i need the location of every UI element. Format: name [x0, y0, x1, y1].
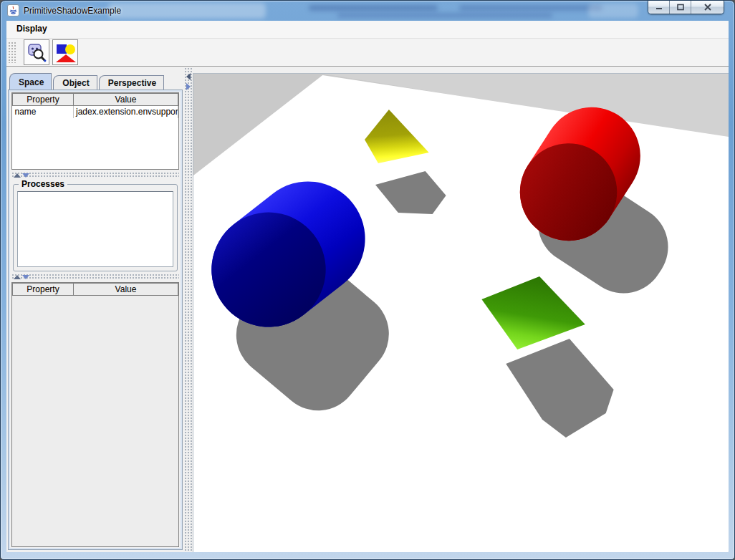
close-icon: [703, 4, 712, 11]
sidebar: Space Object Perspective Property Value: [6, 67, 184, 552]
column-header-property[interactable]: Property: [13, 94, 74, 106]
glass-reflection: [309, 5, 438, 11]
glass-reflection: [108, 3, 266, 19]
property-value-cell[interactable]: jadex.extension.envsuppor...: [74, 106, 178, 118]
title-bar[interactable]: PrimitiveShadowExample: [1, 1, 734, 21]
tab-object[interactable]: Object: [53, 75, 97, 90]
minimize-icon: [655, 4, 663, 11]
space-tab-content: Property Value name jadex.extension.envs…: [8, 90, 183, 550]
client-area: Display: [6, 21, 729, 552]
space-properties-table: Property Value name jadex.extension.envs…: [11, 92, 179, 170]
3d-viewport[interactable]: [193, 73, 729, 552]
application-window: PrimitiveShadowExample Display: [0, 0, 735, 560]
close-button[interactable]: [691, 1, 724, 14]
shapes-view-button[interactable]: [52, 39, 78, 65]
column-header-value[interactable]: Value: [74, 94, 178, 106]
table-row[interactable]: name jadex.extension.envsuppor...: [13, 106, 178, 118]
window-title: PrimitiveShadowExample: [24, 6, 121, 16]
menu-bar: Display: [6, 21, 729, 39]
shapes-icon: [54, 41, 77, 64]
horizontal-splitter-bottom[interactable]: [11, 274, 179, 280]
agent-magnifier-icon: [25, 41, 48, 64]
splitter-collapse-down-icon[interactable]: [22, 275, 29, 279]
processes-list[interactable]: [17, 191, 173, 267]
splitter-collapse-down-icon[interactable]: [22, 173, 29, 178]
tab-perspective[interactable]: Perspective: [99, 75, 164, 90]
glass-reflection: [588, 4, 638, 18]
horizontal-splitter-top[interactable]: [11, 172, 179, 178]
column-header-property[interactable]: Property: [13, 284, 74, 296]
observer-view-button[interactable]: [24, 39, 49, 65]
column-header-value[interactable]: Value: [74, 284, 178, 296]
object-properties-table: Property Value: [11, 282, 179, 547]
splitter-collapse-up-icon[interactable]: [14, 173, 21, 178]
toolbar: [6, 39, 729, 67]
vertical-splitter[interactable]: [184, 67, 193, 552]
menu-display[interactable]: Display: [11, 21, 53, 37]
tab-bar: Space Object Perspective: [9, 73, 184, 90]
glass-reflection: [459, 5, 602, 11]
processes-panel: Processes: [11, 179, 179, 272]
maximize-button[interactable]: [670, 1, 691, 14]
toolbar-drag-handle[interactable]: [8, 42, 16, 63]
maximize-icon: [676, 4, 685, 11]
splitter-collapse-left-icon[interactable]: [186, 73, 191, 80]
property-name-cell[interactable]: name: [13, 106, 74, 118]
glass-reflection: [337, 13, 552, 18]
minimize-button[interactable]: [648, 1, 670, 14]
splitter-collapse-right-icon[interactable]: [186, 83, 191, 90]
processes-title: Processes: [19, 179, 67, 189]
splitter-collapse-up-icon[interactable]: [14, 275, 21, 279]
java-app-icon: [7, 4, 19, 16]
tab-space[interactable]: Space: [9, 73, 52, 90]
content-pane: Space Object Perspective Property Value: [6, 67, 729, 552]
